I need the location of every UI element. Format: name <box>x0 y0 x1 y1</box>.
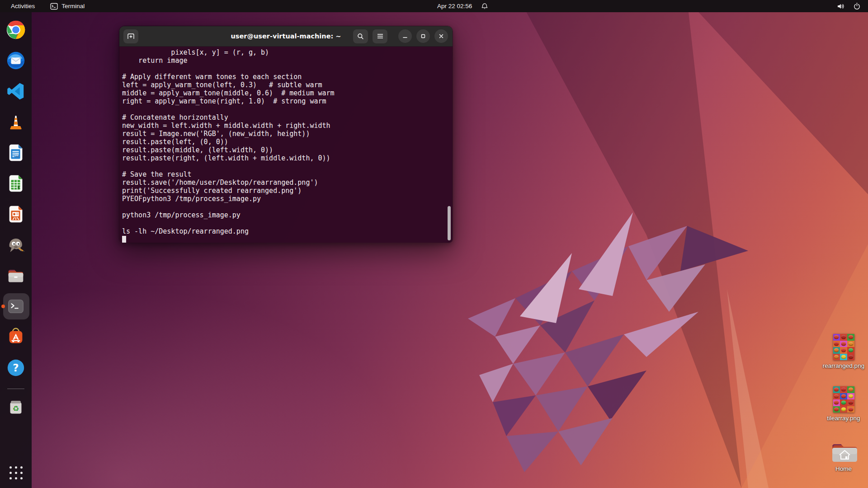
desktop-icon-home[interactable]: Home <box>822 441 865 472</box>
vscode-icon <box>5 81 26 102</box>
dock-item-libreoffice-writer[interactable] <box>0 142 32 164</box>
show-applications-button[interactable] <box>0 463 32 483</box>
maximize-icon <box>420 33 426 39</box>
dock-item-libreoffice-impress[interactable] <box>0 203 32 225</box>
terminal-cursor <box>122 236 126 243</box>
dock-item-help[interactable]: ? <box>0 357 32 379</box>
dock-item-libreoffice-calc[interactable] <box>0 173 32 194</box>
home-folder-icon <box>830 441 857 463</box>
thunderbird-icon <box>5 50 26 71</box>
top-bar: Activities Terminal Apr 22 02:56 <box>0 0 868 12</box>
desktop-icon-label: Home <box>835 465 852 472</box>
terminal-window: user@user-virtual-machine: ~ <box>119 26 453 243</box>
dock-item-terminal[interactable] <box>0 296 32 317</box>
files-icon <box>5 265 26 286</box>
dock-item-thunderbird[interactable] <box>0 50 32 71</box>
terminal-running-indicator <box>1 305 5 308</box>
svg-text:♻: ♻ <box>13 404 19 413</box>
tilearray-thumbnail <box>833 386 854 413</box>
desktop-icon-label: tilearray.png <box>827 415 860 422</box>
minimize-icon <box>402 33 408 39</box>
terminal-titlebar[interactable]: user@user-virtual-machine: ~ <box>119 26 453 47</box>
new-tab-button[interactable] <box>123 29 138 43</box>
maximize-button[interactable] <box>416 29 430 43</box>
desktop-icon-tilearray[interactable]: tilearray.png <box>822 386 865 422</box>
notification-bell-icon <box>481 3 488 10</box>
show-applications-icon <box>9 466 23 479</box>
dock-divider <box>7 389 24 389</box>
close-icon <box>439 33 444 39</box>
dock-item-ubuntu-software[interactable] <box>0 326 32 348</box>
dock-item-files[interactable] <box>0 265 32 286</box>
dock-item-vscode[interactable] <box>0 80 32 102</box>
clock-text: Apr 22 02:56 <box>437 3 472 9</box>
libreoffice-calc-icon <box>5 173 26 194</box>
dock: ? ♻ <box>0 12 32 488</box>
focused-app-name: Terminal <box>61 3 85 9</box>
terminal-cursor-line <box>122 235 452 243</box>
vlc-icon <box>5 112 26 132</box>
terminal-window-title: user@user-virtual-machine: ~ <box>231 33 341 40</box>
desktop-icon-label: rearranged.png <box>823 362 864 369</box>
ubuntu-software-icon <box>5 327 26 347</box>
focused-app-menu[interactable]: Terminal <box>48 0 86 12</box>
terminal-content[interactable]: pixels[x, y] = (r, g, b) return image # … <box>119 47 453 243</box>
new-tab-icon <box>127 33 135 40</box>
dock-item-trash[interactable]: ♻ <box>0 396 32 418</box>
menu-button[interactable] <box>373 29 387 43</box>
power-icon[interactable] <box>853 2 861 10</box>
terminal-output: pixels[x, y] = (r, g, b) return image # … <box>122 48 452 235</box>
close-button[interactable] <box>434 29 448 43</box>
search-icon <box>357 33 364 40</box>
desktop-icon-rearranged[interactable]: rearranged.png <box>822 334 865 369</box>
minimize-button[interactable] <box>398 29 412 43</box>
activities-label: Activities <box>11 3 35 9</box>
terminal-app-icon <box>50 3 58 10</box>
activities-button[interactable]: Activities <box>9 0 37 12</box>
svg-text:?: ? <box>13 362 19 374</box>
dock-item-chrome[interactable] <box>0 19 32 41</box>
rearranged-thumbnail <box>833 334 854 360</box>
clock-button[interactable]: Apr 22 02:56 <box>435 0 474 12</box>
help-icon: ? <box>5 357 26 378</box>
volume-icon[interactable] <box>837 3 845 10</box>
chrome-icon <box>5 19 26 40</box>
dock-item-vlc[interactable] <box>0 111 32 133</box>
gimp-icon <box>5 235 26 255</box>
libreoffice-writer-icon <box>5 142 26 163</box>
terminal-icon <box>5 296 26 317</box>
hamburger-menu-icon <box>377 33 383 39</box>
trash-icon: ♻ <box>5 397 26 418</box>
search-button[interactable] <box>353 29 368 43</box>
libreoffice-impress-icon <box>5 204 26 225</box>
dock-item-gimp[interactable] <box>0 234 32 256</box>
terminal-scrollbar[interactable] <box>448 206 451 240</box>
